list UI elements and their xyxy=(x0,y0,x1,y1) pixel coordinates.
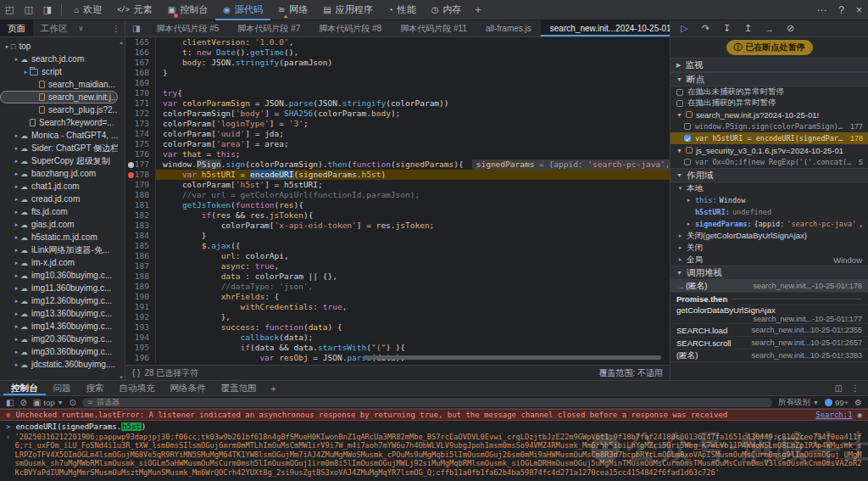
tree-item[interactable]: search_maidian... xyxy=(0,78,118,91)
navigator-toggle-icon[interactable]: ◨ xyxy=(125,24,147,33)
line-number[interactable]: 196 xyxy=(125,353,156,363)
tree-item[interactable]: ▸☁Sider: ChatGPT 侧边栏 xyxy=(0,142,118,154)
section-watch[interactable]: ▶ 监视 xyxy=(670,58,868,72)
line-number[interactable]: 187 xyxy=(125,261,156,271)
line-number[interactable]: 186 xyxy=(125,251,156,261)
callstack-frame[interactable]: (匿名)search_new.init...10-25-01!:3393 xyxy=(670,350,868,362)
line-number[interactable]: 167 xyxy=(125,58,156,68)
inspect-icon[interactable]: ◰ xyxy=(0,4,19,15)
tree-item[interactable]: ▸☁img20.360buyimg.c... xyxy=(0,333,118,345)
drawer-tab[interactable]: 搜索 xyxy=(79,381,112,395)
line-number[interactable]: 182 xyxy=(125,210,156,221)
tab-page[interactable]: 页面 xyxy=(0,20,33,36)
coverage-link[interactable]: 覆盖范围: 不适用 xyxy=(598,367,663,379)
tree-item[interactable]: ▸☁search.jd.com xyxy=(0,53,118,65)
tree-item[interactable]: ▸☁img30.360buyimg.c... xyxy=(0,345,118,358)
step-out-icon[interactable]: ↥ xyxy=(737,23,759,34)
panel-tab-performance[interactable]: ◔性能 xyxy=(381,0,424,20)
line-number[interactable]: 180 xyxy=(125,190,156,200)
section-breakpoints[interactable]: ▼ 断点 xyxy=(670,72,868,87)
line-number[interactable]: 165 xyxy=(125,37,156,48)
line-number[interactable]: 194 xyxy=(125,333,156,343)
editor-tab[interactable]: 脚本代码片段 #8 xyxy=(309,20,391,36)
tree-item[interactable]: ▸☁baozhang.jd.com xyxy=(0,167,118,180)
tree-item[interactable]: ▸☁fts.jd.com xyxy=(0,205,118,218)
console-settings-icon[interactable]: ⚙ xyxy=(854,398,862,407)
section-scope[interactable]: ▼ 作用域 xyxy=(670,168,868,182)
pause-option[interactable]: 在抛出未捕获的异常时暂停 xyxy=(670,87,868,98)
tree-item[interactable]: ▸☁chat1.jd.com xyxy=(0,180,118,193)
tree-item[interactable]: ▸☁img14.360buyimg.c... xyxy=(0,320,118,333)
tree-item[interactable]: ▸☁gias.jd.com xyxy=(0,218,118,231)
panel-tab-application[interactable]: ▤应用程序 xyxy=(315,0,380,20)
scope-row[interactable]: h5stURI: undefined xyxy=(670,206,868,218)
clear-console-icon[interactable]: ⊘ xyxy=(19,398,26,407)
tree-item[interactable]: Search?keyword=... xyxy=(0,116,118,129)
kebab-menu-icon[interactable]: ⋮ xyxy=(848,383,863,393)
scope-row[interactable]: ▾本地 xyxy=(670,182,868,194)
drawer-tab[interactable]: 控制台 xyxy=(3,381,46,395)
error-source-link[interactable]: Search:1 xyxy=(815,411,852,419)
close-icon[interactable]: × xyxy=(850,4,868,16)
line-number[interactable]: 170 xyxy=(125,88,156,98)
line-number[interactable]: 169 xyxy=(125,78,156,88)
dock-icon[interactable]: ◫ xyxy=(832,383,846,393)
panel-tab-elements[interactable]: </>元素 xyxy=(109,0,159,20)
panel-tab-network[interactable]: ≋▲网络 xyxy=(270,0,315,20)
line-number[interactable]: 185 xyxy=(125,241,156,251)
log-levels-dropdown[interactable]: 所有级别 ▼ xyxy=(778,397,819,408)
editor-tab[interactable]: 脚本代码片段 #5 xyxy=(147,20,228,36)
drawer-tab[interactable]: 问题 xyxy=(46,381,79,395)
scope-row[interactable]: ▸signedParams: {appid: 'search-pc-java' … xyxy=(670,218,868,230)
drawer-tab[interactable]: 网络条件 xyxy=(163,381,214,395)
checkbox-icon[interactable] xyxy=(676,89,683,96)
editor-tab[interactable]: 脚本代码片段 #7 xyxy=(228,20,309,36)
similar-messages-icon[interactable]: ◉ xyxy=(858,411,862,419)
line-number[interactable]: 176 xyxy=(125,149,156,159)
tree-item[interactable]: ▸script xyxy=(0,65,118,78)
tree-item[interactable]: ▸☁iLink网络加速器-免... xyxy=(0,243,118,256)
tree-item[interactable]: ▸☁jdcstatic.360buyimg.... xyxy=(0,358,118,371)
tree-item[interactable]: ▸☁img10.360buyimg.c... xyxy=(0,269,118,282)
console-input-echo[interactable]: > encodeURI(signedParams.h5st) xyxy=(0,421,868,432)
drawer-tab[interactable]: 自动填充 xyxy=(112,381,163,395)
step-icon[interactable]: → xyxy=(759,24,780,34)
tree-scrollbar[interactable]: ▲▼ xyxy=(118,40,125,380)
deactivate-breakpoints-icon[interactable]: ⊘ xyxy=(780,23,801,34)
line-number[interactable]: 177 xyxy=(125,159,156,170)
tab-workspace[interactable]: 工作区 xyxy=(33,20,75,36)
pretty-print-icon[interactable]: { } xyxy=(132,368,140,378)
tree-item[interactable]: ▸☁im-x.jd.com xyxy=(0,256,118,269)
live-expression-icon[interactable]: ⊙ xyxy=(69,398,75,407)
line-number[interactable]: 184 xyxy=(125,231,156,241)
more-options-icon[interactable]: ⋯ xyxy=(810,4,832,16)
line-number[interactable]: 178 xyxy=(125,170,156,180)
tree-item[interactable]: search_plug.js?2... xyxy=(0,103,118,116)
scope-row[interactable]: ▸this: Window xyxy=(670,194,868,206)
console-sidebar-icon[interactable]: ◧ xyxy=(6,398,14,407)
checkbox-icon[interactable] xyxy=(684,123,691,130)
line-number[interactable]: 181 xyxy=(125,200,156,210)
panel-tab-sources[interactable]: ◉源代码 xyxy=(215,0,270,20)
callstack-frame[interactable]: SEARCH.scrollsearch_new.init...10-25-01!… xyxy=(670,337,868,350)
kebab-menu-icon[interactable]: ⋮ xyxy=(108,24,125,33)
callstack-frame[interactable]: getColorDataByUrlSignAjaxsearch_new.init… xyxy=(670,305,868,324)
line-number[interactable]: 183 xyxy=(125,221,156,231)
line-number[interactable]: 171 xyxy=(125,98,156,109)
scope-row[interactable]: ▸关闭 xyxy=(670,242,868,254)
tree-item[interactable]: search_new.init.j... xyxy=(0,91,118,103)
step-over-icon[interactable]: ↷ xyxy=(695,23,716,34)
tree-item[interactable]: ▸☁img11.360buyimg.c... xyxy=(0,282,118,294)
editor-tab[interactable]: search_new.init...2024-10-25-01!× xyxy=(541,20,670,36)
drawer-tab[interactable]: 覆盖范围 xyxy=(214,381,264,395)
tree-item[interactable]: ▸☁h5static.m.jd.com xyxy=(0,231,118,243)
line-number[interactable]: 172 xyxy=(125,109,156,119)
panel-tab-console[interactable]: ▣控制台 xyxy=(160,0,215,20)
scope-row[interactable]: ▸关闭(getColorDataByUrlSignAjax) xyxy=(670,230,868,242)
checkbox-icon[interactable] xyxy=(684,159,691,165)
breakpoint-entry[interactable]: var Ox=On;if(new RegExp('('.concat(_$pw,… xyxy=(670,156,868,168)
checkbox-icon[interactable] xyxy=(684,135,691,142)
panel-tab-memory[interactable]: ◷内存 xyxy=(424,0,470,20)
line-number[interactable]: 168 xyxy=(125,68,156,78)
tree-item[interactable]: ▸☁cread.jd.com xyxy=(0,193,118,205)
